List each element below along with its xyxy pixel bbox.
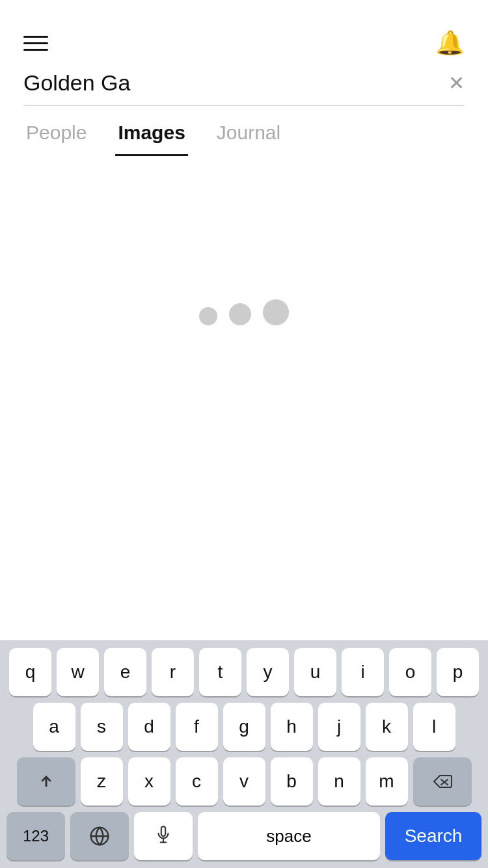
key-k[interactable]: k [366, 703, 408, 751]
keyboard: q w e r t y u i o p a s d f g h j k l z … [0, 640, 488, 868]
search-bar-container: ✕ [0, 65, 488, 106]
key-h[interactable]: h [271, 703, 313, 751]
key-z[interactable]: z [81, 757, 123, 806]
content-area [0, 156, 488, 468]
search-input-row: ✕ [23, 70, 465, 96]
globe-key[interactable] [70, 812, 129, 860]
space-label: space [266, 826, 311, 847]
key-e[interactable]: e [104, 648, 146, 696]
keyboard-row-4: 123 space Search [3, 812, 485, 860]
key-x[interactable]: x [128, 757, 170, 806]
search-input[interactable] [23, 70, 441, 96]
key-w[interactable]: w [57, 648, 99, 696]
loading-indicator [199, 299, 289, 325]
key-j[interactable]: j [318, 703, 360, 751]
search-key[interactable]: Search [385, 812, 481, 860]
space-key[interactable]: space [198, 812, 380, 860]
key-i[interactable]: i [342, 648, 384, 696]
keyboard-row-1: q w e r t y u i o p [3, 648, 485, 696]
hamburger-line-1 [23, 36, 48, 38]
svg-rect-5 [161, 826, 165, 836]
numeric-key[interactable]: 123 [7, 812, 65, 860]
key-d[interactable]: d [128, 703, 170, 751]
tabs-row: People Images Journal [0, 111, 488, 156]
key-a[interactable]: a [33, 703, 75, 751]
key-p[interactable]: p [437, 648, 479, 696]
key-f[interactable]: f [176, 703, 218, 751]
keyboard-row-2: a s d f g h j k l [3, 703, 485, 751]
key-y[interactable]: y [247, 648, 289, 696]
loading-dot-1 [199, 307, 217, 325]
loading-dot-3 [263, 299, 289, 325]
tab-journal[interactable]: Journal [214, 111, 283, 156]
backspace-key[interactable] [413, 757, 472, 806]
key-b[interactable]: b [271, 757, 313, 806]
header: 🔔 [0, 0, 488, 65]
key-c[interactable]: c [176, 757, 218, 806]
key-o[interactable]: o [389, 648, 431, 696]
menu-button[interactable] [23, 36, 48, 51]
key-s[interactable]: s [81, 703, 123, 751]
numeric-label: 123 [23, 827, 49, 845]
key-g[interactable]: g [223, 703, 265, 751]
key-t[interactable]: t [199, 648, 241, 696]
loading-dot-2 [229, 303, 251, 325]
key-u[interactable]: u [294, 648, 336, 696]
key-q[interactable]: q [9, 648, 51, 696]
mic-key[interactable] [134, 812, 193, 860]
key-l[interactable]: l [413, 703, 455, 751]
key-r[interactable]: r [152, 648, 194, 696]
notifications-icon[interactable]: 🔔 [435, 31, 465, 55]
tab-images[interactable]: Images [115, 111, 187, 156]
shift-key[interactable] [17, 757, 75, 806]
search-divider [23, 105, 465, 106]
key-n[interactable]: n [318, 757, 360, 806]
keyboard-row-3: z x c v b n m [3, 757, 485, 806]
search-key-label: Search [405, 826, 463, 847]
hamburger-line-3 [23, 49, 48, 51]
clear-icon[interactable]: ✕ [448, 74, 465, 93]
hamburger-line-2 [23, 42, 48, 44]
tab-people[interactable]: People [23, 111, 89, 156]
key-v[interactable]: v [223, 757, 265, 806]
key-m[interactable]: m [366, 757, 408, 806]
